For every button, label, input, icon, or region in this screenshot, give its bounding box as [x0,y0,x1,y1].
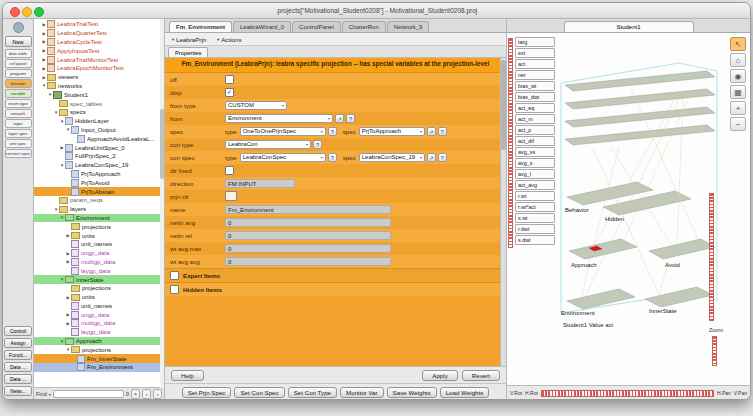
tree-item-leabraepochmonitortest[interactable]: ▶LeabraEpochMonitorTest [34,64,164,73]
var-act-eq-button[interactable]: act_eq [515,103,555,113]
create-ctrl-panel-button[interactable]: ctrl panel [5,59,32,68]
tree-item-multigp-data[interactable]: ▶multigp_data [34,258,164,267]
tree-item-approach[interactable]: ▼Approach [34,337,164,346]
var-s-wt-button[interactable]: s.wt [515,213,555,223]
tree-item-projections[interactable]: projections [34,284,164,293]
help-button[interactable]: ? [438,153,447,162]
help-button[interactable]: ? [346,114,355,123]
color-swatch[interactable] [225,191,237,201]
chevron-down-icon[interactable]: ▾ [49,392,51,397]
network-3d-view[interactable]: targextactnetbias_wtbias_dwtact_eqact_ma… [507,33,750,385]
new-button[interactable]: New [5,36,32,47]
create-unit-spec-button[interactable]: unit spec [5,139,32,148]
tree-item-leabraconspec-19[interactable]: ▼LeabraConSpec_19 [34,161,164,170]
var-r-wt-button[interactable]: r.wt [515,191,555,201]
tool-data-button[interactable]: Data ... [4,362,32,372]
tree-item-ungp-data[interactable]: ▶ungp_data [34,310,164,319]
help-button[interactable]: ? [328,153,337,162]
form-scrollbar-thumb[interactable] [501,60,506,150]
tree-item-leabratrialtest[interactable]: ▶LeabraTrialTest [34,20,164,29]
tree-item-unit-names[interactable]: unit_names [34,302,164,311]
tree-item-laygp-data[interactable]: laygp_data [34,328,164,337]
tree-item-applyinputstest[interactable]: ▶ApplyInputsTest [34,46,164,55]
tree-item-networks[interactable]: ▼networks [34,82,164,91]
tree-item-student1[interactable]: ▼Student1 [34,90,164,99]
create-network-button[interactable]: network [5,109,32,118]
var-act-avg-button[interactable]: act_avg [515,180,555,190]
tree-item-approachavoidleabral[interactable]: ApproachAvoidLeabraL... [34,134,164,143]
tree-item-unit-names[interactable]: unit_names [34,240,164,249]
tool-assign-button[interactable]: Assign [4,338,32,348]
tab-properties[interactable]: Properties [168,47,208,57]
var-bias-dwt-button[interactable]: bias_dwt [515,92,555,102]
create-layer-button[interactable]: layer [5,119,32,128]
tree-item-leabraunitspec-0[interactable]: ▶LeabraUnitSpec_0 [34,143,164,152]
tree-item-ungp-data[interactable]: ▶ungp_data [34,249,164,258]
create-enum-type-button[interactable]: enum type [5,99,32,108]
form-scrollbar[interactable] [500,58,506,366]
revert-button[interactable]: Revert [462,370,500,381]
checkbox-off[interactable] [225,75,234,84]
tree-item-input-output[interactable]: ▼Input_Output [34,126,164,135]
zoom-in-icon[interactable]: + [730,101,746,115]
dropdown-spec-con-spec[interactable]: LeabraConSpec_19▾ [359,153,425,162]
tree-item-specs[interactable]: ▼specs [34,108,164,117]
tree-item-prjtoavoid[interactable]: PrjToAvoid [34,178,164,187]
h-rot-slider[interactable] [541,390,714,397]
var-s-dwt-button[interactable]: s.dwt [515,235,555,245]
tree-item-projections[interactable]: projections [34,222,164,231]
tool-netw-button[interactable]: Netw... [4,386,32,396]
create-data-table-button[interactable]: data table [5,49,32,58]
tab-student1[interactable]: Student1 [564,21,694,32]
checkbox-dir-fixed[interactable] [225,166,234,175]
create-connect-spec-button[interactable]: connect spec [5,149,32,158]
set-con-type-button[interactable]: Set Con Type [288,387,337,398]
var-act-p-button[interactable]: act_p [515,125,555,135]
var-act-button[interactable]: act [515,59,555,69]
find-prev-button[interactable]: ‹ [142,389,151,399]
tree-item-prjtoabstain[interactable]: PrjToAbstain [34,187,164,196]
grid-view-icon[interactable]: ▦ [730,85,746,99]
dropdown-con-type[interactable]: LeabraCon▾ [225,140,311,149]
checkbox-disp[interactable]: ✓ [225,88,234,97]
tree-scrollbar-thumb[interactable] [160,109,164,179]
var-targ-button[interactable]: targ [515,37,555,47]
checkbox-expert-items[interactable] [170,271,179,280]
var-avg-s-button[interactable]: avg_s [515,158,555,168]
menu-leabraprjn[interactable]: ▼LeabraPrjn [171,36,206,43]
tree-item-projections[interactable]: ▼projections [34,345,164,354]
dropdown-from-type[interactable]: CUSTOM▾ [225,101,287,110]
apply-button[interactable]: Apply [422,370,457,381]
color-scale-bar[interactable] [508,38,513,248]
edit-link-button[interactable]: ↗ [427,127,436,136]
dropdown-from[interactable]: Environment▾ [225,114,333,123]
var-r-dwt-button[interactable]: r.dwt [515,224,555,234]
tool-functi-button[interactable]: Functi... [4,350,32,360]
tree-item-laygp-data[interactable]: laygp_data [34,266,164,275]
help-button[interactable]: ? [438,127,447,136]
var-avg-ss-button[interactable]: avg_ss [515,147,555,157]
tree-item-leabratrialmonitortest[interactable]: ▶LeabraTrialMonitorTest [34,55,164,64]
vertical-scroll-slider[interactable] [709,193,714,321]
save-weights-button[interactable]: Save Weights [387,387,437,398]
tree-item-multigp-data[interactable]: ▶multigp_data [34,319,164,328]
var-act-m-button[interactable]: act_m [515,114,555,124]
tab-leabrawizard-0[interactable]: LeabraWizard_0 [233,21,291,32]
var-net-button[interactable]: net [515,70,555,80]
tree-item-param-seqs[interactable]: param_seqs [34,196,164,205]
tool-data-button[interactable]: Data ... [4,374,32,384]
monitor-var-button[interactable]: Monitor Var [340,387,384,398]
tree-item-units[interactable]: ▶units [34,293,164,302]
find-input[interactable] [53,390,124,398]
create-function-button[interactable]: function [5,79,32,88]
set-prjn-spec-button[interactable]: Set Prjn Spec [182,387,232,398]
find-next-button[interactable]: › [153,389,162,399]
create-variable-button[interactable]: variable [5,89,32,98]
var-act-dif-button[interactable]: act_dif [515,136,555,146]
tree-item-leabraquartertest[interactable]: ▶LeabraQuarterTest [34,29,164,38]
checkbox-hidden-items[interactable] [170,285,179,294]
tree-item-environment[interactable]: ▼Environment [34,214,164,223]
snapshot-icon[interactable]: ◉ [730,69,746,83]
tree-item-leabracycletest[interactable]: ▶LeabraCycleTest [34,38,164,47]
edit-link-button[interactable]: ↗ [427,153,436,162]
